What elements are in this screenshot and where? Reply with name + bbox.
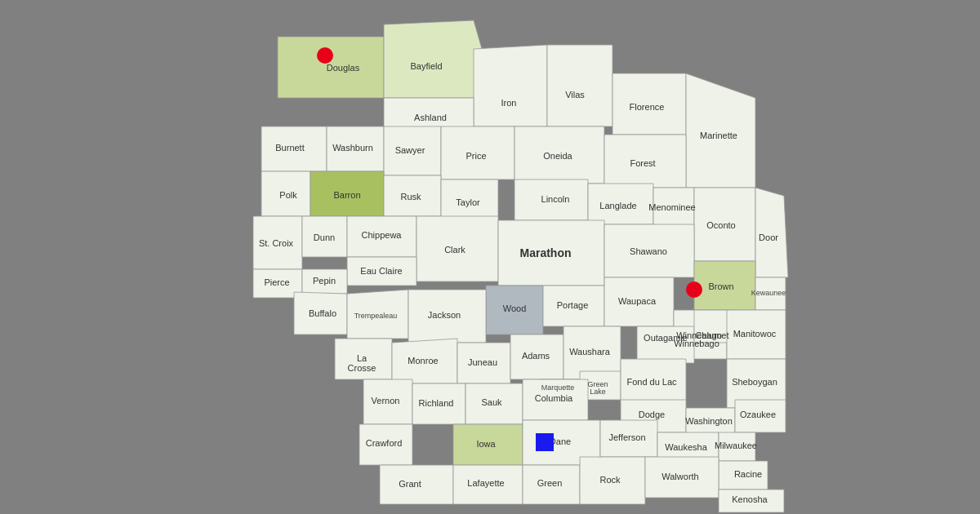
county-menominee (653, 188, 694, 228)
county-lincoln (514, 179, 588, 220)
county-kewaunee (755, 277, 786, 310)
county-burnett (261, 126, 327, 171)
county-trempealeau (347, 290, 408, 339)
county-washburn (327, 126, 384, 171)
county-clark (416, 216, 498, 281)
county-milwaukee (719, 432, 755, 461)
marker-blue-dane (536, 433, 554, 451)
county-adams (510, 335, 564, 379)
county-sawyer (384, 126, 441, 175)
county-waupaca (604, 277, 674, 326)
county-buffalo (294, 292, 347, 335)
county-forest (604, 135, 686, 188)
county-eau-claire (347, 257, 416, 286)
county-portage (543, 286, 604, 326)
county-pepin (302, 269, 347, 294)
county-oneida (514, 126, 604, 184)
county-juneau (457, 343, 510, 383)
county-la-crosse (335, 339, 392, 379)
county-barron (310, 171, 384, 216)
county-richland (412, 383, 466, 424)
county-vernon (363, 379, 412, 424)
county-oconto (694, 188, 755, 261)
county-lafayette (453, 465, 523, 504)
county-rusk (384, 175, 441, 216)
county-polk (261, 171, 310, 216)
county-outagamie (637, 326, 694, 363)
marker-red-douglas (317, 47, 333, 64)
county-sauk (466, 383, 523, 424)
marker-red-brown (686, 281, 702, 298)
county-dunn (302, 216, 347, 257)
county-iowa (453, 424, 523, 465)
county-walworth (645, 457, 719, 498)
county-price (441, 126, 514, 179)
county-crawford (359, 424, 412, 465)
county-vilas (547, 45, 612, 126)
map-container: Douglas Bayfield Iron Vilas Florence Mar… (0, 0, 980, 514)
county-manitowoc (727, 310, 786, 359)
county-brown (694, 261, 755, 310)
county-ozaukee (735, 400, 786, 432)
county-rock (580, 457, 645, 504)
county-st-croix (253, 216, 302, 269)
county-iron (474, 45, 547, 126)
county-douglas (278, 37, 384, 98)
county-door (755, 188, 788, 277)
county-jefferson (600, 420, 657, 457)
county-columbia (523, 379, 588, 420)
county-florence (612, 73, 686, 135)
county-racine (719, 461, 768, 490)
county-calumet (694, 310, 731, 343)
county-green (523, 465, 580, 504)
county-wood (486, 286, 543, 335)
county-shawano (604, 224, 694, 277)
county-langlade (588, 184, 653, 224)
county-grant (380, 465, 453, 504)
county-monroe (392, 339, 457, 383)
county-jackson (408, 290, 486, 343)
county-chippewa (347, 216, 416, 257)
county-kenosha (719, 490, 784, 512)
county-bayfield (384, 20, 482, 98)
county-marathon (498, 220, 604, 286)
